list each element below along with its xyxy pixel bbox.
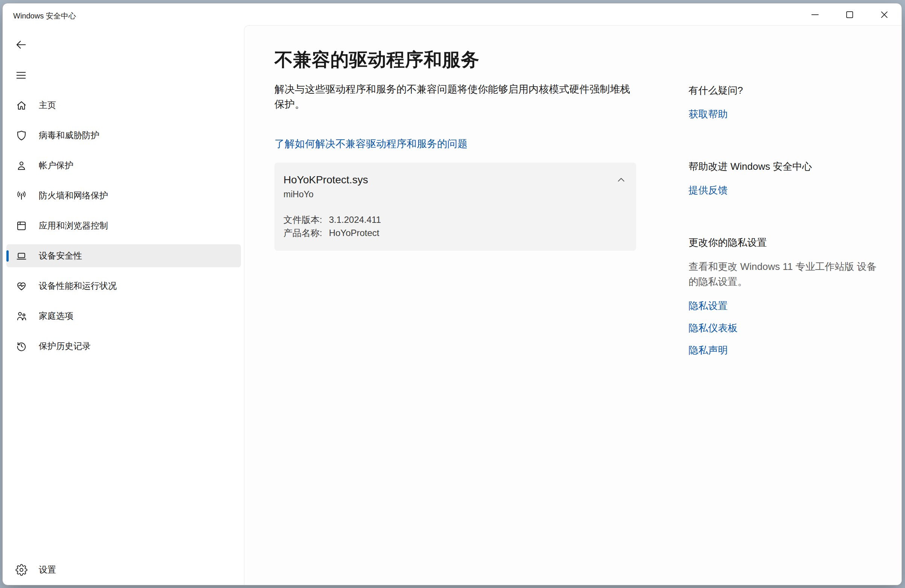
selected-indicator <box>6 250 9 262</box>
gear-icon <box>16 564 27 576</box>
laptop-icon <box>16 250 27 262</box>
driver-details: 文件版本: 3.1.2024.411 产品名称: HoYoProtect <box>283 213 627 239</box>
questions-heading: 有什么疑问? <box>689 84 877 97</box>
learn-how-link[interactable]: 了解如何解决不兼容驱动程序和服务的问题 <box>275 137 468 151</box>
sidebar-item-app-browser-control[interactable]: 应用和浏览器控制 <box>6 214 241 237</box>
network-antenna-icon <box>16 190 27 202</box>
give-feedback-link[interactable]: 提供反馈 <box>689 184 728 197</box>
sidebar-item-device-performance-health[interactable]: 设备性能和运行状况 <box>6 275 241 297</box>
sidebar-item-device-security[interactable]: 设备安全性 <box>6 244 241 267</box>
minimize-icon <box>810 10 820 20</box>
maximize-button[interactable] <box>832 3 867 26</box>
back-button[interactable] <box>13 37 30 54</box>
maximize-icon <box>845 10 855 20</box>
sidebar-item-label: 应用和浏览器控制 <box>39 220 108 232</box>
content-panel: 不兼容的驱动程序和服务 解决与这些驱动程序和服务的不兼容问题将使你能够启用内核模… <box>244 25 902 585</box>
file-version-value: 3.1.2024.411 <box>329 213 381 226</box>
product-name-label: 产品名称: <box>283 226 322 239</box>
sidebar-nav: 主页 病毒和威胁防护 帐户保护 防火墙和网络保护 应用和浏览器控制 <box>6 94 241 365</box>
home-icon <box>16 99 27 111</box>
sidebar-item-home[interactable]: 主页 <box>6 94 241 117</box>
privacy-description: 查看和更改 Windows 11 专业工作站版 设备的隐私设置。 <box>689 259 877 289</box>
person-icon <box>16 160 27 172</box>
improve-heading: 帮助改进 Windows 安全中心 <box>689 160 877 173</box>
sidebar-item-label: 主页 <box>39 99 56 111</box>
minimize-button[interactable] <box>798 3 832 26</box>
collapse-card-button[interactable] <box>613 172 629 189</box>
window-title: Windows 安全中心 <box>13 11 76 21</box>
sidebar-item-firewall-network[interactable]: 防火墙和网络保护 <box>6 184 241 207</box>
file-version-row: 文件版本: 3.1.2024.411 <box>283 213 627 226</box>
sidebar-item-label: 帐户保护 <box>39 160 73 171</box>
sidebar-item-label: 防火墙和网络保护 <box>39 190 108 202</box>
history-icon <box>16 340 27 352</box>
product-name-row: 产品名称: HoYoProtect <box>283 226 627 239</box>
sidebar-item-settings[interactable]: 设置 <box>6 558 241 581</box>
sidebar-item-label: 设备安全性 <box>39 250 82 262</box>
product-name-value: HoYoProtect <box>329 226 379 239</box>
sidebar-item-account-protection[interactable]: 帐户保护 <box>6 154 241 177</box>
window-controls <box>798 3 902 26</box>
privacy-statement-link[interactable]: 隐私声明 <box>689 344 728 357</box>
sidebar-item-label: 病毒和威胁防护 <box>39 129 99 141</box>
get-help-link[interactable]: 获取帮助 <box>689 108 728 121</box>
privacy-links: 隐私设置 隐私仪表板 隐私声明 <box>689 299 877 357</box>
shield-icon <box>16 129 27 141</box>
close-button[interactable] <box>867 3 902 26</box>
heart-pulse-icon <box>16 280 27 292</box>
page-title: 不兼容的驱动程序和服务 <box>275 48 636 72</box>
app-browser-icon <box>16 220 27 232</box>
sidebar-item-label: 设备性能和运行状况 <box>39 280 117 292</box>
sidebar-item-virus-threat-protection[interactable]: 病毒和威胁防护 <box>6 124 241 147</box>
close-icon <box>879 10 889 20</box>
sidebar-item-protection-history[interactable]: 保护历史记录 <box>6 335 241 358</box>
family-icon <box>16 310 27 322</box>
back-arrow-icon <box>14 38 28 53</box>
sidebar-item-label: 设置 <box>39 564 56 575</box>
windows-security-window: Windows 安全中心 <box>2 3 902 585</box>
sidebar-item-family-options[interactable]: 家庭选项 <box>6 305 241 327</box>
sidebar-item-label: 保护历史记录 <box>39 340 91 352</box>
sidebar-item-label: 家庭选项 <box>39 310 73 322</box>
page-description: 解决与这些驱动程序和服务的不兼容问题将使你能够启用内核模式硬件强制堆栈保护。 <box>275 82 636 112</box>
privacy-dashboard-link[interactable]: 隐私仪表板 <box>689 321 737 335</box>
privacy-heading: 更改你的隐私设置 <box>689 236 877 249</box>
privacy-settings-link[interactable]: 隐私设置 <box>689 299 728 312</box>
driver-card: HoYoKProtect.sys miHoYo 文件版本: 3.1.2024.4… <box>275 163 636 251</box>
driver-name: HoYoKProtect.sys <box>283 174 627 186</box>
file-version-label: 文件版本: <box>283 213 322 226</box>
hamburger-icon <box>15 69 27 83</box>
chevron-up-icon <box>615 174 627 187</box>
driver-vendor: miHoYo <box>283 189 627 200</box>
main-content: 不兼容的驱动程序和服务 解决与这些驱动程序和服务的不兼容问题将使你能够启用内核模… <box>275 25 636 251</box>
hamburger-menu-button[interactable] <box>13 67 30 84</box>
help-aside: 有什么疑问? 获取帮助 帮助改进 Windows 安全中心 提供反馈 更改你的隐… <box>689 25 877 357</box>
